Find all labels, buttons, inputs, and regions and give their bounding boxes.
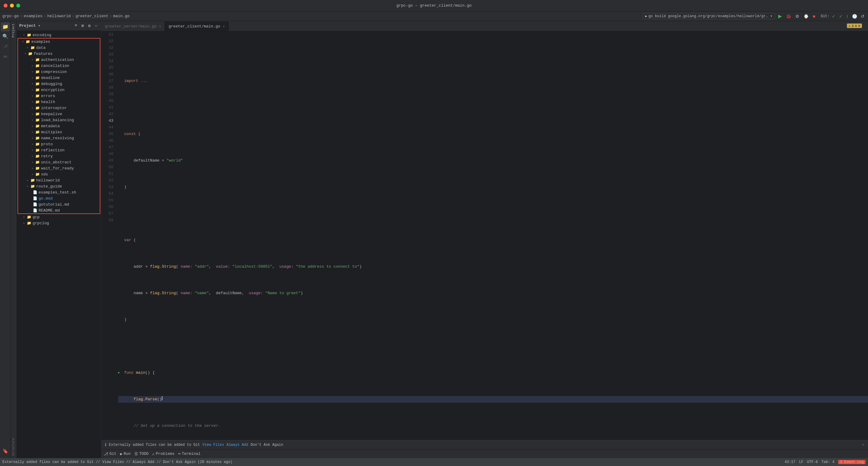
tree-item-errors[interactable]: 📁 errors: [18, 93, 100, 99]
tree-item-reflection[interactable]: 📁 reflection: [18, 147, 100, 153]
traffic-lights: [4, 4, 20, 7]
tree-item-keepalive[interactable]: 📁 keepalive: [18, 111, 100, 117]
tab-structure[interactable]: Structure: [11, 436, 17, 458]
code-line-40: ): [118, 316, 868, 323]
event-log[interactable]: 3 Event Log: [838, 460, 866, 464]
tree-item-metadata[interactable]: 📁 metadata: [18, 123, 100, 129]
terminal-toolbar-item[interactable]: ⌨ Terminal: [178, 452, 200, 456]
code-line-36: [118, 210, 868, 217]
tree-item-compression[interactable]: 📁 compression: [18, 69, 100, 75]
profile-button[interactable]: ⌚: [802, 13, 810, 19]
run-config-selector[interactable]: ▶ go build google.golang.org/grpc/exampl…: [643, 13, 775, 19]
tree-item-gotutorial[interactable]: 📄 gotutorial.md: [18, 201, 100, 207]
dont-ask-link[interactable]: Don't Ask Again: [250, 443, 283, 447]
tree-item-deadline[interactable]: 📁 deadline: [18, 75, 100, 81]
tab-greeter-client[interactable]: greeter_client/main.go ✕: [165, 22, 228, 31]
code-line-21: [118, 51, 868, 58]
warning-badge[interactable]: ⚠ 1 ∧ ∨: [847, 24, 862, 28]
git-push-button[interactable]: ↑: [845, 13, 849, 19]
run-toolbar-item[interactable]: ▶ Run: [120, 452, 130, 456]
breadcrumb-greeter-client[interactable]: greeter_client: [75, 14, 108, 19]
stop-button[interactable]: ■: [812, 13, 816, 19]
always-add-link[interactable]: Always Add: [226, 443, 248, 447]
tree-item-authentication[interactable]: 📁 authentication: [18, 57, 100, 63]
tree-item-proto[interactable]: 📁 proto: [18, 141, 100, 147]
tab-server-close[interactable]: ✕: [159, 24, 161, 28]
tree-item-helloworld[interactable]: 📁 helloworld: [18, 177, 100, 183]
charset[interactable]: UTF-8: [807, 460, 818, 464]
tree-item-debugging[interactable]: 📁 debugging: [18, 81, 100, 87]
git-check-button[interactable]: ✓: [831, 13, 837, 19]
expand-icon[interactable]: ⊞: [80, 23, 85, 29]
activity-bookmarks[interactable]: 🔖: [1, 447, 10, 456]
breadcrumb-root[interactable]: grpc-go: [2, 14, 19, 19]
breadcrumb-helloworld[interactable]: helloworld: [47, 14, 71, 19]
tree-item-load-balancing[interactable]: 📁 load_balancing: [18, 117, 100, 123]
tab-client-close[interactable]: ✕: [223, 24, 225, 28]
coverage-button[interactable]: ⚙: [794, 13, 801, 19]
tree-item-examples[interactable]: 📁 examples: [18, 39, 100, 44]
git-toolbar-item[interactable]: ⎇ Git: [104, 452, 116, 456]
expand-health-icon: [30, 99, 35, 104]
code-content[interactable]: import ... const ( defaultName = "world": [116, 31, 868, 440]
tree-item-readme[interactable]: 📄 README.md: [18, 207, 100, 213]
expand-keepalive-icon: [30, 112, 35, 116]
tree-item-examples-test[interactable]: 📄 examples_test.sh: [18, 189, 100, 195]
line-33: 33: [101, 51, 113, 58]
folder-icon: 📁: [35, 148, 40, 153]
tab-greeter-server[interactable]: greeter_server/main.go ✕: [101, 22, 165, 31]
notification-close-button[interactable]: ✕: [862, 442, 864, 447]
git-undo-button[interactable]: ↺: [860, 13, 866, 19]
expand-debugging-icon: [30, 82, 35, 86]
tree-item-gcp[interactable]: 📁 gcp: [17, 214, 101, 220]
activity-pullreq[interactable]: PR: [1, 53, 10, 61]
tree-item-encryption[interactable]: 📁 encryption: [18, 87, 100, 93]
multiplex-label: multiplex: [41, 130, 62, 134]
tree-item-encoding[interactable]: 📁 encoding: [17, 32, 101, 38]
status-bar-left: Externally added files can be added to G…: [2, 460, 782, 464]
code-line-43: flag.Parse(): [118, 396, 868, 403]
activity-project[interactable]: 📁: [1, 22, 10, 31]
notification-bar: ℹ Externally added files can be added to…: [101, 440, 868, 449]
folder-icon: 📁: [35, 142, 40, 147]
tree-item-health[interactable]: 📁 health: [18, 99, 100, 105]
cursor-position[interactable]: 43:17: [784, 460, 795, 464]
tree-item-route-guide[interactable]: 📁 route_guide: [18, 183, 100, 189]
tree-item-retry[interactable]: 📁 retry: [18, 153, 100, 159]
todo-toolbar-item[interactable]: ☰ TODO: [134, 452, 149, 456]
expand-multiplex-icon: [30, 130, 35, 134]
collapse-all-button[interactable]: ≡: [73, 23, 79, 29]
settings-icon[interactable]: ⚙: [87, 23, 92, 29]
activity-search[interactable]: 🔍: [1, 32, 10, 41]
tree-item-interceptor[interactable]: 📁 interceptor: [18, 105, 100, 111]
breadcrumb-examples[interactable]: examples: [24, 14, 42, 19]
line-ending[interactable]: LF: [799, 460, 803, 464]
close-button[interactable]: [4, 4, 7, 7]
tree-item-features[interactable]: 📁 features: [18, 51, 100, 57]
git-check2-button[interactable]: ✓: [838, 13, 844, 19]
problems-toolbar-item[interactable]: ⚠ Problems: [152, 452, 175, 456]
maximize-button[interactable]: [16, 4, 20, 7]
breadcrumb-main-go[interactable]: main.go: [113, 14, 130, 19]
tree-item-xds[interactable]: 📁 xds: [18, 171, 100, 177]
minimize-button[interactable]: [10, 4, 14, 7]
view-files-link[interactable]: View Files: [202, 443, 224, 447]
tree-item-data[interactable]: 📁 data: [18, 44, 100, 51]
route-guide-label: route_guide: [36, 184, 62, 189]
code-container[interactable]: 21 22 32 33 34 35 36 37 38 39 40 41 42 4…: [101, 31, 868, 440]
hide-icon[interactable]: —: [94, 23, 98, 29]
tree-item-wait-for-ready[interactable]: 📁 wait_for_ready: [18, 165, 100, 171]
tree-item-cancellation[interactable]: 📁 cancellation: [18, 63, 100, 69]
indent-info[interactable]: Tab: 4: [822, 460, 835, 464]
tree-item-unix-abstract[interactable]: 📁 unix_abstract: [18, 159, 100, 165]
wait-for-ready-label: wait_for_ready: [41, 166, 74, 170]
tree-item-go-mod[interactable]: 📄 go.mod: [18, 195, 100, 201]
debug-button[interactable]: 🐞: [785, 13, 792, 19]
tree-item-grpclog[interactable]: 📁 grpclog: [17, 220, 101, 226]
git-history-button[interactable]: 🕐: [851, 13, 858, 19]
activity-vcs[interactable]: ⎇: [1, 41, 10, 51]
tab-project[interactable]: Project: [11, 21, 17, 40]
tree-item-name-resolving[interactable]: 📁 name_resolving: [18, 135, 100, 141]
tree-item-multiplex[interactable]: 📁 multiplex: [18, 129, 100, 135]
run-button[interactable]: ▶: [777, 13, 783, 20]
